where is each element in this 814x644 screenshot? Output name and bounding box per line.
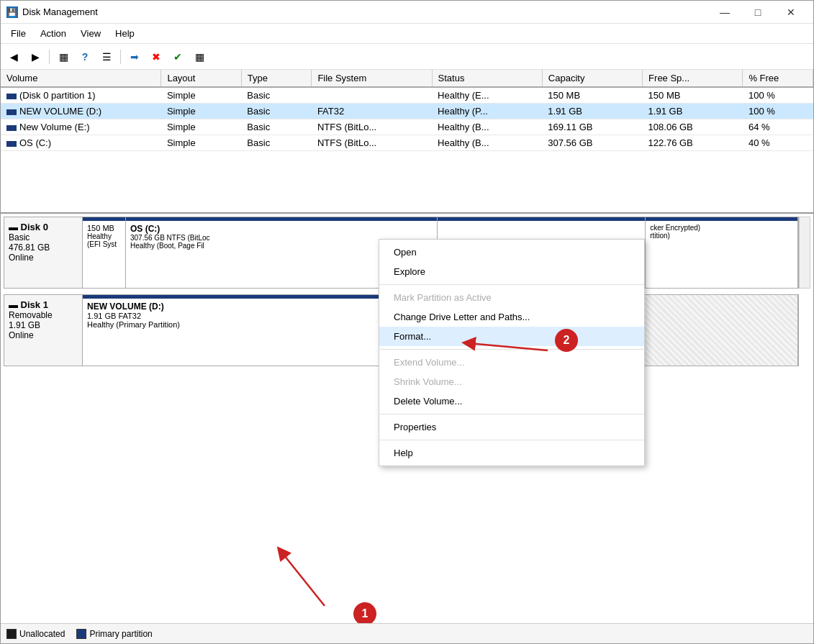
vol-icon-2 bbox=[6, 125, 17, 131]
legend-unallocated-box bbox=[6, 629, 17, 639]
volume-panel: Volume Layout Type File System Status Ca… bbox=[1, 70, 813, 214]
disk-1-part-2-content bbox=[620, 295, 798, 366]
volume-row-3[interactable]: OS (C:)SimpleBasicNTFS (BitLo...Healthy … bbox=[1, 135, 813, 151]
disk-1-status: Online bbox=[9, 330, 78, 340]
disk-1-part-2[interactable] bbox=[620, 295, 799, 366]
minimize-button[interactable]: — bbox=[708, 1, 741, 24]
ctx-format[interactable]: Format... bbox=[379, 327, 644, 346]
annotation-1: 1 bbox=[353, 602, 376, 623]
disk-1-label: ▬ Disk 1 Removable 1.91 GB Online bbox=[4, 294, 83, 366]
col-type[interactable]: Type bbox=[241, 70, 312, 87]
disk-0-part-4[interactable]: cker Encrypted)rtition) bbox=[646, 217, 798, 288]
ctx-sep-2 bbox=[379, 349, 644, 350]
col-layout[interactable]: Layout bbox=[161, 70, 241, 87]
ctx-open[interactable]: Open bbox=[379, 242, 644, 262]
disk-0-part-2-name: OS (C:) bbox=[130, 224, 433, 234]
ctx-properties[interactable]: Properties bbox=[379, 417, 644, 437]
menu-help[interactable]: Help bbox=[108, 25, 142, 42]
ctx-delete[interactable]: Delete Volume... bbox=[379, 391, 644, 411]
disk-1-name: ▬ Disk 1 bbox=[9, 299, 78, 310]
disk-1-scrollbar-spacer bbox=[799, 294, 810, 366]
legend-unallocated: Unallocated bbox=[6, 629, 65, 639]
ctx-extend: Extend Volume... bbox=[379, 353, 644, 372]
legend-primary-label: Primary partition bbox=[89, 629, 152, 639]
col-filesystem[interactable]: File System bbox=[312, 70, 432, 87]
legend-unallocated-label: Unallocated bbox=[19, 629, 65, 639]
ctx-sep-1 bbox=[379, 284, 644, 285]
menu-file[interactable]: File bbox=[4, 25, 33, 42]
vol-icon-1 bbox=[6, 109, 17, 115]
menu-view[interactable]: View bbox=[73, 25, 108, 42]
disk-0-part-1-size: 150 MB bbox=[87, 224, 121, 232]
app-icon: 💾 bbox=[6, 6, 18, 18]
toolbar: ◀ ▶ ▦ ? ☰ ➡ ✖ ✔ ▦ bbox=[1, 44, 813, 70]
check-button[interactable]: ✔ bbox=[168, 47, 188, 67]
menu-bar: File Action View Help bbox=[1, 24, 813, 44]
window-controls: — □ ✕ bbox=[708, 1, 808, 24]
forward-button[interactable]: ▶ bbox=[25, 47, 45, 67]
disk-0-part-1-content: 150 MB Healthy (EFI Syst bbox=[83, 221, 125, 288]
col-free[interactable]: Free Sp... bbox=[643, 70, 743, 87]
main-content: Volume Layout Type File System Status Ca… bbox=[1, 70, 813, 623]
tree-view-button[interactable]: ▦ bbox=[53, 47, 73, 67]
ctx-sep-4 bbox=[379, 440, 644, 440]
disk-panel-scrollbar[interactable] bbox=[799, 217, 810, 289]
menu-action[interactable]: Action bbox=[33, 25, 73, 42]
toolbar-sep-1 bbox=[49, 50, 50, 64]
disk-1-type: Removable bbox=[9, 310, 78, 320]
ctx-shrink: Shrink Volume... bbox=[379, 372, 644, 391]
disk-0-part-1-desc: Healthy (EFI Syst bbox=[87, 232, 121, 248]
vol-icon-3 bbox=[6, 141, 17, 147]
back-button[interactable]: ◀ bbox=[4, 47, 24, 67]
annotation-2: 2 bbox=[555, 329, 578, 352]
disk-0-part-4-content: cker Encrypted)rtition) bbox=[646, 221, 797, 288]
close-button[interactable]: ✕ bbox=[774, 1, 808, 24]
move-button[interactable]: ➡ bbox=[125, 47, 145, 67]
col-volume[interactable]: Volume bbox=[1, 70, 161, 87]
vol-icon-0 bbox=[6, 94, 17, 99]
disk-0-label: ▬ Disk 0 Basic 476.81 GB Online bbox=[4, 217, 83, 289]
volume-row-0[interactable]: (Disk 0 partition 1)SimpleBasicHealthy (… bbox=[1, 87, 813, 104]
disk-0-status: Online bbox=[9, 253, 78, 263]
ctx-change-drive[interactable]: Change Drive Letter and Paths... bbox=[379, 307, 644, 327]
volume-table: Volume Layout Type File System Status Ca… bbox=[1, 70, 813, 151]
disk-0-part-4-desc: cker Encrypted)rtition) bbox=[650, 224, 793, 240]
disk-0-part-1[interactable]: 150 MB Healthy (EFI Syst bbox=[83, 217, 126, 288]
help-button[interactable]: ? bbox=[75, 47, 95, 67]
legend-primary: Primary partition bbox=[76, 629, 152, 639]
col-pct-free[interactable]: % Free bbox=[743, 70, 813, 87]
disk-1-size: 1.91 GB bbox=[9, 320, 78, 330]
disk-management-window: 💾 Disk Management — □ ✕ File Action View… bbox=[0, 0, 814, 644]
volume-row-2[interactable]: New Volume (E:)SimpleBasicNTFS (BitLo...… bbox=[1, 119, 813, 135]
status-bar: Unallocated Primary partition bbox=[1, 623, 813, 643]
col-capacity[interactable]: Capacity bbox=[542, 70, 642, 87]
legend-primary-box bbox=[76, 629, 86, 639]
ctx-help[interactable]: Help bbox=[379, 443, 644, 463]
context-menu: Open Explore Mark Partition as Active Ch… bbox=[379, 239, 645, 466]
disk-0-type: Basic bbox=[9, 232, 78, 242]
disk-0-size: 476.81 GB bbox=[9, 242, 78, 253]
settings-button[interactable]: ▦ bbox=[189, 47, 209, 67]
ctx-explore[interactable]: Explore bbox=[379, 262, 644, 281]
volume-row-1[interactable]: NEW VOLUME (D:)SimpleBasicFAT32Healthy (… bbox=[1, 104, 813, 119]
toolbar-sep-2 bbox=[120, 50, 121, 64]
maximize-button[interactable]: □ bbox=[741, 1, 774, 24]
delete-button[interactable]: ✖ bbox=[146, 47, 166, 67]
list-view-button[interactable]: ☰ bbox=[96, 47, 117, 67]
disk-0-name: ▬ Disk 0 bbox=[9, 222, 78, 232]
title-bar: 💾 Disk Management — □ ✕ bbox=[1, 1, 813, 24]
ctx-sep-3 bbox=[379, 414, 644, 414]
ctx-mark-active: Mark Partition as Active bbox=[379, 288, 644, 307]
window-title: Disk Management bbox=[22, 6, 708, 17]
col-status[interactable]: Status bbox=[432, 70, 542, 87]
